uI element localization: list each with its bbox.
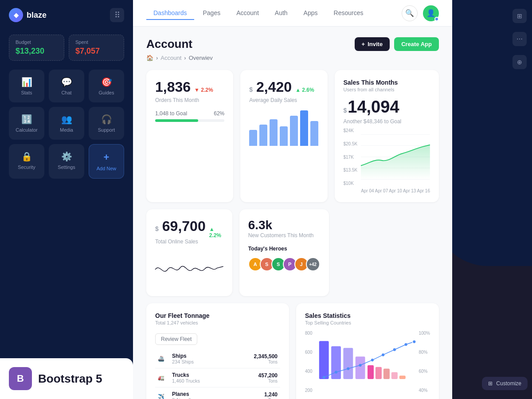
- sales-stats-card: Sales Statistics Top Selling Countries 8…: [296, 303, 439, 399]
- sidebar: ◆ blaze ⠿ Budget $13,230 Spent $7,057 📊 …: [0, 0, 133, 399]
- right-icon-3[interactable]: ⊕: [512, 55, 527, 69]
- row2-placeholder: [336, 209, 439, 296]
- spent-value: $7,057: [75, 47, 117, 56]
- bar-2: [259, 125, 267, 146]
- sales-stats-sub: Top Selling Countries: [305, 320, 430, 325]
- svg-rect-6: [331, 346, 341, 379]
- sidebar-item-guides[interactable]: 🎯 Guides: [89, 70, 124, 102]
- sidebar-menu-icon[interactable]: ⠿: [110, 8, 124, 22]
- security-label: Security: [18, 164, 35, 170]
- main-content: Dashboards Pages Account Auth Apps Resou…: [133, 0, 452, 399]
- sidebar-item-calculator[interactable]: 🔢 Calculator: [9, 107, 44, 140]
- progress-bar-fill: [155, 119, 198, 122]
- daily-sales-chart: [249, 110, 318, 146]
- svg-rect-11: [383, 369, 390, 379]
- guides-icon: 🎯: [101, 77, 112, 87]
- sidebar-item-media[interactable]: 👥 Media: [49, 107, 84, 140]
- truck-unit: Tons: [231, 379, 278, 383]
- right-icon-1[interactable]: ⊞: [512, 9, 527, 23]
- wavy-chart: [155, 252, 223, 287]
- customers-value: 6.3k: [248, 218, 320, 232]
- heroes-count: +42: [306, 257, 320, 271]
- bottom-grid: Our Fleet Tonnage Total 1,247 vehicles R…: [146, 303, 439, 399]
- breadcrumb-account[interactable]: Account: [160, 55, 181, 61]
- x-label-1: Apr 04: [361, 188, 374, 193]
- stats-label: Stats: [21, 90, 32, 95]
- ss-y2: 600: [305, 350, 313, 355]
- sidebar-item-chat[interactable]: 💬 Chat: [49, 70, 84, 102]
- budget-value: $13,230: [16, 47, 58, 56]
- right-icon-2[interactable]: ⋯: [512, 32, 527, 46]
- x-label-5: Apr 16: [417, 188, 430, 193]
- media-label: Media: [60, 127, 73, 133]
- sidebar-item-settings[interactable]: ⚙️ Settings: [49, 144, 84, 179]
- plane-unit: Tons: [231, 398, 278, 399]
- sidebar-item-security[interactable]: 🔒 Security: [9, 144, 44, 179]
- spent-label: Spent: [75, 39, 117, 45]
- online-sales-badge: ▲ 2.2%: [209, 226, 223, 239]
- tab-resources[interactable]: Resources: [327, 7, 371, 20]
- header-actions: + Invite Create App: [355, 37, 439, 51]
- ship-name: Ships: [172, 353, 226, 359]
- review-fleet-button[interactable]: Review Fleet: [155, 333, 197, 345]
- tab-apps[interactable]: Apps: [297, 7, 325, 20]
- heroes-title: Today's Heroes: [248, 246, 320, 252]
- add-new-label: Add New: [97, 166, 117, 171]
- calculator-icon: 🔢: [21, 114, 32, 125]
- svg-point-20: [393, 348, 396, 351]
- svg-rect-5: [319, 341, 329, 379]
- page-header: Account + Invite Create App: [146, 37, 439, 51]
- sales-month-title: Sales This Months: [344, 79, 430, 86]
- table-row: ✈️ Planes 8 Aircrafts 1,240 Tons: [155, 387, 280, 399]
- ship-count: 234 Ships: [172, 359, 226, 364]
- chat-label: Chat: [61, 90, 71, 95]
- sidebar-item-support[interactable]: 🎧 Support: [89, 107, 124, 140]
- page-title: Account: [146, 37, 192, 51]
- orders-card: 1,836 ▼ 2.2% Orders This Month 1,048 to …: [146, 70, 233, 202]
- plane-icon: ✈️: [155, 387, 169, 399]
- svg-rect-7: [343, 348, 353, 379]
- grid-menu: 📊 Stats 💬 Chat 🎯 Guides 🔢 Calculator 👥 M…: [0, 70, 133, 183]
- daily-sales-label: Average Daily Sales: [249, 97, 318, 103]
- x-label-4: Apr 13: [403, 188, 416, 193]
- bootstrap-icon: B: [9, 367, 32, 390]
- top-nav: Dashboards Pages Account Auth Apps Resou…: [133, 0, 452, 27]
- tab-auth[interactable]: Auth: [268, 7, 295, 20]
- ss-y4: 200: [305, 388, 313, 393]
- ss-r2: 80%: [419, 350, 430, 355]
- user-avatar[interactable]: 👤: [423, 5, 439, 21]
- ss-y1: 800: [305, 331, 313, 336]
- settings-label: Settings: [58, 164, 75, 170]
- fleet-card: Our Fleet Tonnage Total 1,247 vehicles R…: [146, 303, 289, 399]
- heroes-avatars: A S S P J +42: [248, 257, 320, 271]
- tab-dashboards[interactable]: Dashboards: [146, 7, 194, 20]
- y-label-3: $17K: [344, 155, 358, 160]
- y-label-2: $20.5K: [344, 141, 358, 146]
- fleet-sub: Total 1,247 vehicles: [155, 320, 280, 325]
- invite-button[interactable]: + Invite: [355, 37, 390, 51]
- sales-month-sub: Users from all channels: [344, 87, 430, 92]
- sidebar-item-stats[interactable]: 📊 Stats: [9, 70, 44, 102]
- right-panel: ⊞ ⋯ ⊕ ⊞ Customize: [452, 0, 532, 399]
- ss-y3: 400: [305, 369, 313, 374]
- ship-icon: 🚢: [155, 349, 169, 368]
- sales-month-value: 14,094: [348, 98, 399, 117]
- svg-point-22: [412, 340, 416, 344]
- new-customers-card: 6.3k New Customers This Month Today's He…: [239, 209, 329, 296]
- svg-rect-10: [376, 367, 382, 379]
- invite-plus-icon: +: [362, 41, 365, 47]
- sidebar-item-add-new[interactable]: + Add New: [89, 144, 124, 179]
- breadcrumb-overview: Overwiev: [189, 55, 213, 61]
- bar-7: [310, 121, 318, 146]
- create-app-button[interactable]: Create App: [394, 37, 439, 51]
- svg-rect-13: [399, 376, 406, 379]
- daily-sales-value: 2,420: [256, 79, 292, 95]
- fleet-table: 🚢 Ships 234 Ships 2,345,500 Tons 🚛: [155, 349, 280, 399]
- tab-pages[interactable]: Pages: [196, 7, 228, 20]
- tab-account[interactable]: Account: [229, 7, 266, 20]
- logo-icon: ◆: [9, 8, 23, 22]
- customize-button[interactable]: ⊞ Customize: [482, 377, 528, 390]
- online-sales-card: $ 69,700 ▲ 2.2% Total Online Sales: [146, 209, 232, 296]
- plane-value: 1,240: [231, 391, 278, 398]
- search-button[interactable]: 🔍: [402, 5, 418, 21]
